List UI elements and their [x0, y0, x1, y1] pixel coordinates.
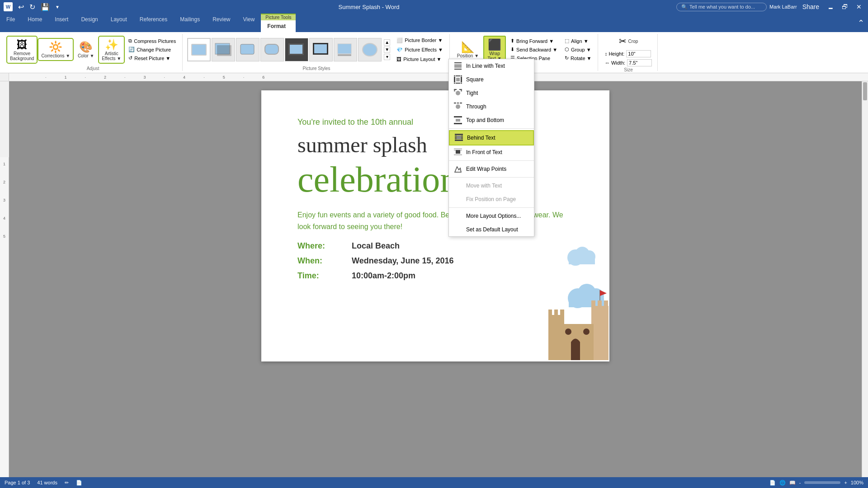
close-button[interactable]: ✕ [854, 2, 864, 11]
gallery-item-8[interactable] [358, 38, 382, 61]
share-button[interactable]: Share [800, 2, 822, 11]
rotate-button[interactable]: ↻ Rotate ▼ [562, 54, 594, 62]
wrap-top-bottom-item[interactable]: Top and Bottom [449, 113, 534, 127]
height-input[interactable] [626, 50, 651, 57]
position-button[interactable]: 📐 Position ▼ [454, 39, 481, 60]
tab-view[interactable]: View [237, 14, 261, 32]
svg-rect-57 [454, 103, 456, 103]
restore-button[interactable]: 🗗 [839, 2, 851, 11]
more-layout-item[interactable]: More Layout Options... [449, 209, 534, 223]
tab-design[interactable]: Design [75, 14, 104, 32]
tab-file[interactable]: File [0, 14, 21, 32]
svg-rect-42 [456, 78, 460, 81]
height-label: ↕ Height: [605, 51, 624, 56]
svg-rect-61 [454, 116, 462, 117]
artistic-effects-button[interactable]: ✨ ArtisticEffects ▼ [99, 37, 124, 63]
tab-mailings[interactable]: Mailings [174, 14, 206, 32]
zoom-out[interactable]: - [799, 480, 801, 485]
wrap-text-menu: In Line with Text Square [448, 59, 534, 237]
bring-forward-button[interactable]: ⬆ Bring Forward ▼ [508, 37, 560, 45]
gallery-more[interactable]: ▾ [384, 54, 390, 60]
border-icon: ⬜ [396, 38, 403, 43]
save-button[interactable]: 💾 [39, 2, 52, 12]
user-name: Mark LaBarr [769, 4, 797, 9]
color-button[interactable]: 🎨 Color ▼ [75, 39, 97, 60]
wrap-behind-icon [454, 133, 463, 142]
zoom-slider[interactable] [804, 481, 840, 484]
gallery-item-6[interactable] [309, 38, 333, 61]
redo-button[interactable]: ↻ [28, 2, 37, 12]
set-default-layout-item[interactable]: Set as Default Layout [449, 223, 534, 236]
ribbon-collapse-button[interactable]: ⌃ [858, 18, 864, 28]
group-button[interactable]: ⬡ Group ▼ [562, 46, 594, 53]
wrap-square-item[interactable]: Square [449, 73, 534, 86]
qat-dropdown[interactable]: ▼ [53, 4, 61, 10]
zoom-in[interactable]: + [844, 480, 847, 485]
wrap-text-icon: ⬛ [488, 38, 501, 51]
picture-layout-button[interactable]: 🖼 Picture Layout ▼ [394, 56, 446, 63]
change-picture-button[interactable]: 🔄 Change Picture [126, 46, 179, 53]
view-read[interactable]: 📖 [789, 480, 796, 486]
document-page: You're invited to the 10th annual summer… [261, 90, 609, 361]
word-count: 41 words [37, 480, 57, 486]
note-indicator: 📄 [76, 480, 82, 486]
svg-rect-4 [217, 45, 231, 56]
corrections-button[interactable]: 🔆 Corrections ▼ [38, 39, 73, 60]
minimize-button[interactable]: 🗕 [825, 2, 836, 11]
wrap-in-front-item[interactable]: In Front of Text [449, 145, 534, 159]
send-backward-button[interactable]: ⬇ Send Backward ▼ [508, 46, 560, 53]
tab-layout[interactable]: Layout [104, 14, 133, 32]
tab-review[interactable]: Review [206, 14, 236, 32]
gallery-item-5[interactable] [285, 38, 308, 61]
tell-me-box[interactable]: 🔍 Tell me what you want to do... [676, 3, 767, 11]
wrap-tight-item[interactable]: Tight [449, 86, 534, 100]
width-input[interactable] [627, 59, 652, 66]
svg-rect-39 [454, 64, 462, 68]
fix-position-icon [453, 195, 462, 204]
svg-point-56 [456, 104, 460, 109]
gallery-item-2[interactable] [212, 38, 235, 61]
svg-marker-38 [600, 290, 607, 296]
undo-button[interactable]: ↩ [16, 2, 26, 12]
tab-insert[interactable]: Insert [48, 14, 75, 32]
compress-pictures-button[interactable]: ⧉ Compress Pictures [126, 37, 179, 45]
picture-border-button[interactable]: ⬜ Picture Border ▼ [394, 37, 446, 44]
crop-icon: ✂ [619, 36, 627, 47]
remove-background-button[interactable]: 🖼 RemoveBackground [7, 37, 37, 63]
reset-picture-button[interactable]: ↺ Reset Picture ▼ [126, 54, 179, 62]
wrap-inline-item[interactable]: In Line with Text [449, 59, 534, 73]
svg-rect-60 [456, 119, 460, 122]
position-icon: 📐 [461, 41, 475, 53]
edit-wrap-points-item[interactable]: Edit Wrap Points [449, 162, 534, 176]
gallery-item-3[interactable] [236, 38, 259, 61]
wrap-divider-2 [449, 160, 534, 161]
svg-rect-0 [192, 44, 206, 55]
gallery-scroll-up[interactable]: ▲ [384, 39, 390, 46]
wrap-through-item[interactable]: Through [449, 100, 534, 113]
svg-rect-31 [591, 300, 595, 309]
gallery-scroll-down[interactable]: ▼ [384, 47, 390, 53]
view-web[interactable]: 🌐 [779, 480, 786, 486]
view-print[interactable]: 📄 [769, 480, 776, 486]
gallery-item-7[interactable] [334, 38, 357, 61]
wrap-tight-icon [453, 89, 462, 98]
adjust-group: 🖼 RemoveBackground 🔆 Corrections ▼ 🎨 Col… [4, 34, 183, 71]
wrap-behind-item[interactable]: Behind Text [449, 130, 534, 145]
crop-button[interactable]: ✂ Crop [616, 34, 641, 48]
tab-format[interactable]: Format [261, 20, 296, 32]
gallery-item-1[interactable] [187, 38, 211, 61]
ribbon-content: 🖼 RemoveBackground 🔆 Corrections ▼ 🎨 Col… [0, 32, 868, 73]
adjust-group-label: Adjust [87, 66, 99, 71]
picture-effects-button[interactable]: 💎 Picture Effects ▼ [394, 46, 446, 54]
behind-text-label: Behind Text [467, 135, 495, 141]
width-label: ↔ Width: [605, 60, 625, 66]
vertical-scrollbar[interactable] [862, 81, 868, 483]
scrollbar-thumb[interactable] [863, 82, 867, 100]
svg-rect-70 [457, 136, 461, 139]
tab-references[interactable]: References [133, 14, 174, 32]
svg-rect-28 [554, 310, 558, 318]
gallery-item-4[interactable] [260, 38, 284, 61]
tab-home[interactable]: Home [21, 14, 48, 32]
color-icon: 🎨 [79, 41, 93, 53]
align-button[interactable]: ⬚ Align ▼ [562, 37, 594, 45]
